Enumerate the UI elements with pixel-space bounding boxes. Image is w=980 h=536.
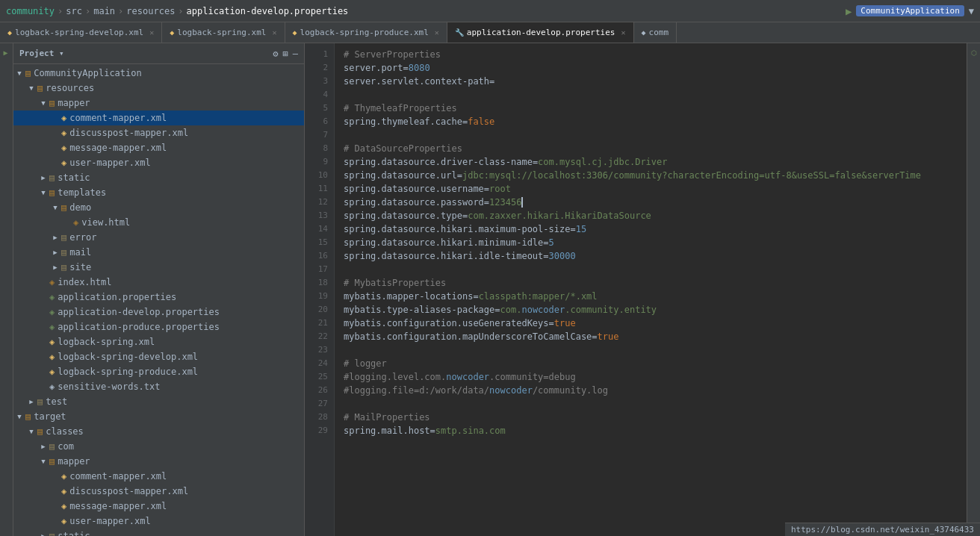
properties-file-icon: ◈ <box>49 292 55 302</box>
tree-item[interactable]: ◈application.properties <box>13 290 304 305</box>
left-vtab-1[interactable]: ▶ <box>0 46 13 59</box>
line-number: 25 <box>305 370 334 384</box>
tree-item[interactable]: ▶▤test <box>13 394 304 409</box>
line-number: 18 <box>305 276 334 290</box>
property-equals: = <box>549 318 554 328</box>
property-val: 8080 <box>409 63 430 73</box>
tree-item-label: message-mapper.xml <box>69 143 167 153</box>
class-badge[interactable]: CommunityApplication <box>856 5 964 16</box>
tree-item[interactable]: ◈user-mapper.xml <box>13 514 304 529</box>
tree-item[interactable]: ◈application-develop.properties <box>13 305 304 320</box>
tree-item[interactable]: ▼▤CommunityApplication <box>13 66 304 81</box>
line-number: 17 <box>305 263 334 276</box>
folder-icon: ▤ <box>49 98 55 108</box>
code-line: # DataSourceProperties <box>344 142 958 155</box>
property-key: server.port <box>344 63 403 73</box>
tab-close-logback-produce[interactable]: ✕ <box>435 28 439 37</box>
right-panel: ⬡ <box>967 43 980 536</box>
line-number: 5 <box>305 102 334 115</box>
tree-item[interactable]: ▶▤static <box>13 170 304 185</box>
tree-expand-icon: ▶ <box>49 249 61 256</box>
tree-item[interactable]: ◈sensitive-words.txt <box>13 379 304 394</box>
tree-item-label: templates <box>58 187 106 198</box>
tree-item[interactable]: ◈message-mapper.xml <box>13 499 304 514</box>
tree-item[interactable]: ▼▤classes <box>13 424 304 439</box>
settings-icon[interactable]: ⚙ <box>273 49 278 59</box>
breadcrumb-resources[interactable]: resources <box>126 6 175 16</box>
tree-item[interactable]: ▼▤resources <box>13 81 304 96</box>
property-equals: = <box>543 251 548 261</box>
tree-expand-icon: ▶ <box>49 234 61 241</box>
tree-item[interactable]: ◈comment-mapper.xml <box>13 469 304 484</box>
tree-item[interactable]: ▼▤templates <box>13 185 304 200</box>
code-line: spring.datasource.driver-class-name=com.… <box>344 155 958 169</box>
tree-item[interactable]: ◈application-produce.properties <box>13 320 304 334</box>
xml-file-icon: ◈ <box>61 486 66 496</box>
tree-item[interactable]: ◈index.html <box>13 275 304 290</box>
code-line: spring.datasource.url=jdbc:mysql://local… <box>344 169 958 182</box>
tree-item[interactable]: ▼▤demo <box>13 200 304 215</box>
minus-icon[interactable]: — <box>293 49 298 59</box>
tree-item[interactable]: ◈discusspost-mapper.xml <box>13 484 304 499</box>
tree-item[interactable]: ▼▤target <box>13 409 304 424</box>
tree-item[interactable]: ◈discusspost-mapper.xml <box>13 125 304 140</box>
tree-item[interactable]: ▶▤error <box>13 230 304 245</box>
tree-expand-icon: ▶ <box>49 264 61 271</box>
folder-icon: ▤ <box>49 172 55 183</box>
tree-expand-icon: ▼ <box>13 69 25 77</box>
gear-icon[interactable]: ⊞ <box>283 49 288 59</box>
tree-expand-icon: ▶ <box>25 398 37 405</box>
tab-close-app-develop[interactable]: ✕ <box>621 28 625 37</box>
breadcrumb-community[interactable]: community <box>6 6 55 16</box>
tab-logback[interactable]: ◆ logback-spring.xml ✕ <box>162 22 285 43</box>
code-line: #logging.level.com.nowcoder.community=de… <box>344 370 958 384</box>
tree-item[interactable]: ◈view.html <box>13 215 304 230</box>
xml-file-icon: ◈ <box>61 128 66 138</box>
breadcrumb-src[interactable]: src <box>66 6 82 16</box>
tree-item[interactable]: ▶▤site <box>13 260 304 275</box>
code-line: # logger <box>344 357 958 370</box>
tree-item-label: mapper <box>58 98 90 108</box>
cursor <box>521 197 523 208</box>
property-val: com.nowcoder.community.entity <box>500 305 657 315</box>
editor: 1234567891011121314151617181920212223242… <box>305 43 967 536</box>
main-layout: ▶ Project ▾ ⚙ ⊞ — ▼▤CommunityApplication… <box>0 43 980 536</box>
sidebar-title: Project ▾ <box>19 49 64 58</box>
comment-text: # logger <box>344 358 387 369</box>
tab-close-logback[interactable]: ✕ <box>273 28 277 37</box>
tree-item[interactable]: ▼▤mapper <box>13 454 304 469</box>
property-key: spring.mail.host <box>344 426 430 436</box>
tree-item[interactable]: ◈logback-spring-develop.xml <box>13 349 304 364</box>
line-number: 3 <box>305 75 334 88</box>
comment-text: # ThymeleafProperties <box>344 103 457 113</box>
tab-close-logback-develop[interactable]: ✕ <box>149 28 154 37</box>
property-equals: = <box>430 426 435 436</box>
tree-item[interactable]: ◈user-mapper.xml <box>13 155 304 170</box>
tree-item-label: sensitive-words.txt <box>58 381 160 392</box>
tree-item[interactable]: ◈logback-spring.xml <box>13 334 304 349</box>
code-line <box>344 88 958 102</box>
property-key: mybatis.configuration.useGeneratedKeys <box>344 318 549 328</box>
tree-item[interactable]: ◈logback-spring-produce.xml <box>13 364 304 379</box>
tab-app-develop[interactable]: 🔧 application-develop.properties ✕ <box>447 22 634 43</box>
line-number: 20 <box>305 303 334 317</box>
tree-item[interactable]: ▶▤mail <box>13 245 304 260</box>
xml-file-icon: ◈ <box>61 113 66 123</box>
tab-comm[interactable]: ◆ comm <box>634 22 677 43</box>
tree-item[interactable]: ◈comment-mapper.xml <box>13 110 304 125</box>
code-area[interactable]: # ServerPropertiesserver.port=8080server… <box>335 43 967 536</box>
line-number: 28 <box>305 411 334 424</box>
tree-item[interactable]: ▶▤static <box>13 529 304 536</box>
tree-item[interactable]: ◈message-mapper.xml <box>13 140 304 155</box>
right-tab-notifications[interactable]: ⬡ <box>969 46 979 60</box>
property-val: true <box>554 318 576 328</box>
tab-logback-produce[interactable]: ◆ logback-spring-produce.xml ✕ <box>285 22 447 43</box>
breadcrumb-main[interactable]: main <box>93 6 115 16</box>
tab-logback-develop[interactable]: ◆ logback-spring-develop.xml ✕ <box>0 22 162 43</box>
property-val: jdbc:mysql://localhost:3306/community?ch… <box>462 170 921 181</box>
code-line: spring.mail.host=smtp.sina.com <box>344 424 958 437</box>
xml-file-icon: ◈ <box>49 367 55 377</box>
tree-item[interactable]: ▼▤mapper <box>13 96 304 110</box>
tree-item[interactable]: ▶▤com <box>13 439 304 454</box>
tab-icon-logback: ◆ <box>170 28 174 37</box>
